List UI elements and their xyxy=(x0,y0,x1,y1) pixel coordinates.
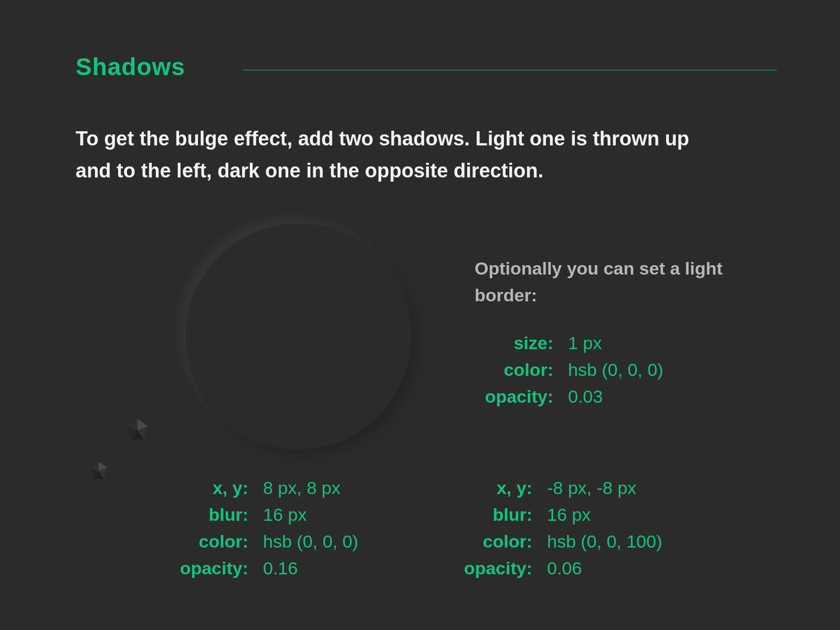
gem-icon xyxy=(125,418,150,443)
neumorphic-circle xyxy=(186,224,412,449)
border-caption: Optionally you can set a light border: xyxy=(475,255,758,309)
spec-row: size: 1 px xyxy=(475,330,758,356)
header: Shadows xyxy=(76,52,777,81)
spec-key: blur: xyxy=(124,501,248,528)
spec-key: opacity: xyxy=(475,383,553,410)
spec-row: blur: 16 px xyxy=(124,501,418,528)
spec-val: hsb (0, 0, 0) xyxy=(248,528,358,555)
spec-val: 0.16 xyxy=(248,555,298,582)
spec-val: 16 px xyxy=(248,501,307,528)
spec-row: blur: 16 px xyxy=(438,501,742,528)
spec-row: color: hsb (0, 0, 100) xyxy=(438,528,742,555)
spec-row: x, y: 8 px, 8 px xyxy=(124,475,418,501)
spec-row: opacity: 0.03 xyxy=(475,383,758,410)
spec-key: blur: xyxy=(438,501,532,528)
gem-icon xyxy=(88,461,109,482)
spec-val: 0.06 xyxy=(532,555,582,582)
spec-row: opacity: 0.06 xyxy=(438,555,742,582)
spec-val: hsb (0, 0, 100) xyxy=(532,528,662,555)
spec-row: opacity: 0.16 xyxy=(124,555,418,582)
spec-val: -8 px, -8 px xyxy=(532,475,636,501)
spec-key: opacity: xyxy=(124,555,248,582)
shadow-spec-light: x, y: -8 px, -8 px blur: 16 px color: hs… xyxy=(438,475,742,582)
page-title: Shadows xyxy=(76,52,185,81)
spec-row: x, y: -8 px, -8 px xyxy=(438,475,742,501)
spec-val: hsb (0, 0, 0) xyxy=(553,356,663,383)
spec-key: size: xyxy=(475,330,553,356)
spec-key: color: xyxy=(438,528,532,555)
spec-key: x, y: xyxy=(438,475,532,501)
spec-val: 1 px xyxy=(553,330,602,356)
spec-row: color: hsb (0, 0, 0) xyxy=(124,528,418,555)
spec-key: color: xyxy=(124,528,248,555)
spec-row: color: hsb (0, 0, 0) xyxy=(475,356,758,383)
border-spec: Optionally you can set a light border: s… xyxy=(475,255,758,410)
spec-key: color: xyxy=(475,356,553,383)
shadow-spec-dark: x, y: 8 px, 8 px blur: 16 px color: hsb … xyxy=(124,475,418,582)
spec-key: opacity: xyxy=(438,555,532,582)
spec-val: 0.03 xyxy=(553,383,603,410)
spec-val: 8 px, 8 px xyxy=(248,475,340,501)
header-divider xyxy=(243,70,777,70)
intro-text: To get the bulge effect, add two shadows… xyxy=(76,123,706,187)
spec-val: 16 px xyxy=(532,501,591,528)
spec-key: x, y: xyxy=(124,475,248,501)
illustration-stage: Optionally you can set a light border: s… xyxy=(76,218,777,630)
